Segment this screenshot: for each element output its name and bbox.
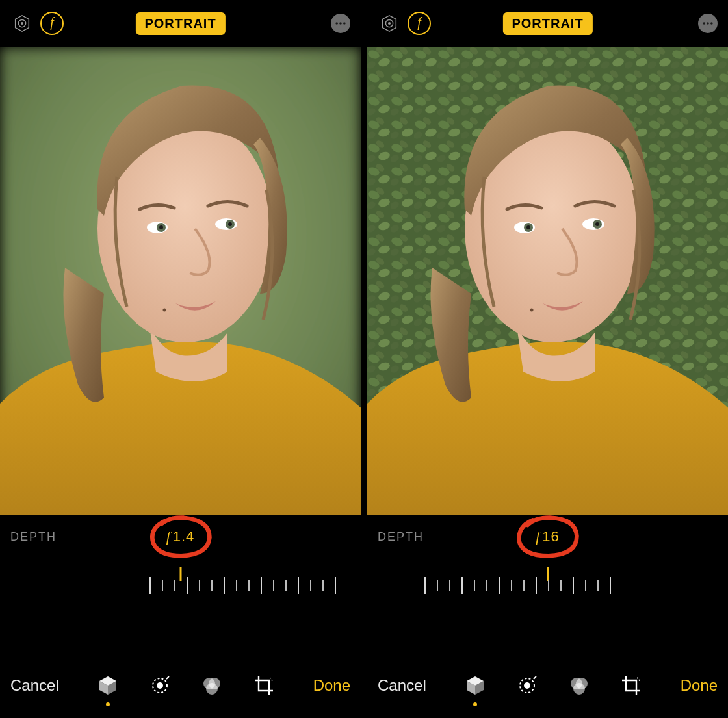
svg-point-40 (530, 309, 534, 312)
tool-filters-icon[interactable] (566, 673, 592, 699)
top-toolbar: f PORTRAIT (0, 0, 361, 47)
slider-ticks (150, 577, 336, 594)
depth-slider[interactable] (0, 567, 361, 604)
svg-point-14 (163, 309, 166, 312)
svg-point-20 (206, 683, 218, 695)
svg-point-13 (228, 222, 232, 226)
svg-point-39 (595, 222, 599, 226)
svg-point-10 (159, 225, 163, 229)
photo-preview[interactable] (0, 47, 361, 515)
portrait-lighting-icon[interactable] (10, 12, 34, 35)
tool-icons (462, 673, 644, 699)
depth-row: DEPTH f1.4 (0, 515, 361, 559)
depth-slider[interactable] (367, 567, 728, 604)
depth-row: DEPTH f16 (367, 515, 728, 559)
svg-point-5 (343, 22, 346, 25)
top-icons-left: f (378, 12, 431, 35)
cancel-button[interactable]: Cancel (378, 676, 426, 695)
aperture-icon[interactable]: f (40, 12, 64, 35)
aperture-icon-glyph: f (50, 16, 54, 29)
mode-pill[interactable]: PORTRAIT (135, 12, 225, 35)
tool-adjust-icon[interactable] (514, 673, 540, 699)
done-button[interactable]: Done (681, 676, 718, 695)
svg-point-4 (339, 22, 342, 25)
done-button[interactable]: Done (313, 676, 350, 695)
aperture-value: f1.4 (166, 528, 195, 545)
svg-line-43 (534, 676, 536, 679)
top-icons-left: f (10, 12, 64, 35)
tool-portrait-cube-icon[interactable] (462, 673, 488, 699)
mode-pill[interactable]: PORTRAIT (502, 12, 592, 35)
depth-label: DEPTH (378, 530, 424, 544)
svg-point-23 (388, 22, 391, 25)
svg-point-26 (710, 22, 713, 25)
aperture-value: f16 (536, 528, 560, 545)
bottom-toolbar: Cancel Done (367, 653, 728, 718)
top-toolbar: f PORTRAIT (367, 0, 728, 47)
screen-right: f PORTRAIT (367, 0, 728, 718)
depth-label: DEPTH (10, 530, 57, 544)
aperture-icon-glyph: f (417, 16, 421, 29)
svg-point-25 (707, 22, 709, 25)
svg-point-3 (335, 22, 338, 25)
portrait-lighting-icon[interactable] (378, 12, 401, 35)
tool-crop-icon[interactable] (251, 673, 277, 699)
svg-point-24 (703, 22, 705, 25)
cancel-button[interactable]: Cancel (10, 676, 59, 695)
svg-point-16 (157, 682, 163, 689)
photo-preview[interactable] (367, 47, 728, 515)
tool-crop-icon[interactable] (618, 673, 644, 699)
bottom-toolbar: Cancel Done (0, 653, 361, 718)
svg-point-42 (524, 682, 530, 689)
tool-adjust-icon[interactable] (147, 673, 173, 699)
svg-point-36 (526, 225, 530, 229)
tool-filters-icon[interactable] (199, 673, 225, 699)
tool-portrait-cube-icon[interactable] (95, 673, 121, 699)
slider-ticks (424, 577, 611, 594)
svg-point-2 (21, 22, 23, 25)
svg-line-17 (166, 676, 169, 679)
screen-left: f PORTRAIT (0, 0, 361, 718)
more-icon[interactable] (331, 14, 350, 33)
svg-point-46 (573, 683, 585, 695)
aperture-icon[interactable]: f (408, 12, 431, 35)
tool-icons (95, 673, 277, 699)
more-icon[interactable] (698, 14, 718, 33)
